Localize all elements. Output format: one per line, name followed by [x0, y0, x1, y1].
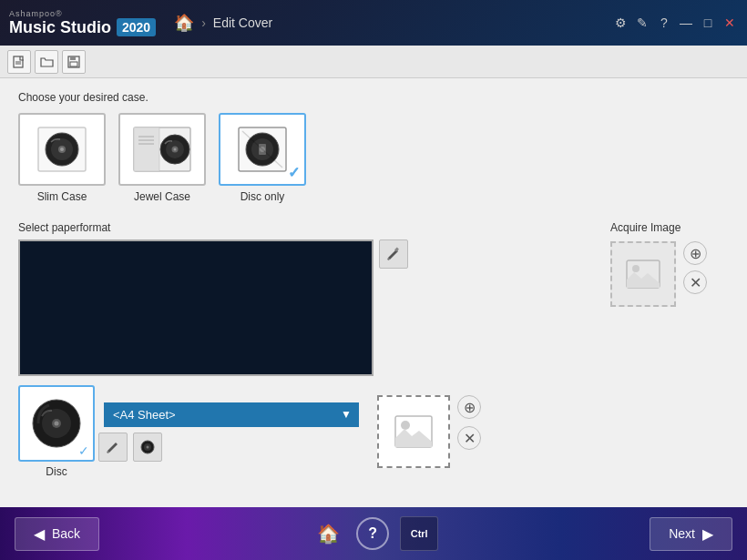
- disc-svg: [29, 396, 84, 451]
- page-title: Edit Cover: [213, 15, 272, 30]
- bottom-acquire-buttons: ⊕ ✕: [457, 395, 481, 450]
- acquire-image-label: Acquire Image: [610, 221, 729, 234]
- acquire-row: ⊕ ✕: [610, 241, 729, 307]
- back-arrow-icon: ◀: [34, 525, 45, 543]
- new-icon: [13, 56, 26, 68]
- brand-name: Ashampoo®: [9, 9, 156, 18]
- app-name: Music Studio: [9, 18, 111, 37]
- maximize-button[interactable]: □: [700, 15, 716, 31]
- window-controls: ⚙ ✎ ? — □ ✕: [612, 15, 738, 31]
- svg-point-30: [55, 422, 59, 426]
- next-arrow-icon: ▶: [702, 525, 713, 543]
- footer-help-icon: ?: [368, 525, 377, 542]
- open-file-button[interactable]: [35, 50, 58, 74]
- svg-rect-12: [134, 127, 159, 171]
- minimize-button[interactable]: —: [678, 15, 694, 31]
- preview-action-buttons: [379, 239, 408, 269]
- svg-point-37: [632, 265, 640, 272]
- right-panel: Acquire Image ⊕ ✕: [610, 221, 729, 478]
- disc-only-icon: [235, 124, 290, 175]
- title-bar: Ashampoo® Music Studio 2020 🏠 › Edit Cov…: [0, 0, 747, 46]
- jewel-case-icon: [132, 124, 192, 175]
- svg-point-10: [60, 148, 64, 151]
- disc-thumbnail[interactable]: ✓: [18, 385, 95, 462]
- save-icon: [67, 56, 80, 68]
- bottom-image-panel: ⊕ ✕: [377, 395, 481, 468]
- ctrl-button[interactable]: Ctrl: [400, 516, 438, 551]
- svg-point-35: [401, 421, 410, 430]
- edit-icon: [106, 440, 120, 454]
- footer-home-icon: 🏠: [317, 523, 340, 545]
- back-label: Back: [52, 526, 80, 541]
- slim-case-label: Slim Case: [37, 190, 87, 203]
- acquire-remove-button[interactable]: ✕: [683, 270, 707, 294]
- acquire-buttons: ⊕ ✕: [683, 241, 707, 294]
- disc-label: Disc: [46, 465, 67, 478]
- remove-image-button[interactable]: ✕: [457, 426, 481, 450]
- edit-small-button[interactable]: [98, 433, 128, 462]
- choose-case-label: Choose your desired case.: [18, 91, 729, 104]
- acquire-image-box: [610, 241, 676, 307]
- acquire-add-button[interactable]: ⊕: [683, 241, 707, 265]
- footer-home-button[interactable]: 🏠: [311, 516, 345, 551]
- case-selector: Slim Case Jewe: [18, 113, 729, 203]
- next-button[interactable]: Next ▶: [650, 517, 732, 551]
- preview-area: [18, 239, 374, 376]
- paper-format-label: Select paperformat: [18, 221, 596, 234]
- disc-small-icon: [139, 439, 156, 455]
- svg-rect-5: [70, 62, 77, 66]
- acquire-placeholder-icon: [625, 259, 661, 290]
- breadcrumb-separator: ›: [201, 15, 206, 30]
- jewel-case-label: Jewel Case: [134, 190, 190, 203]
- toolbar: [0, 46, 747, 78]
- edit-mode-icon[interactable]: ✎: [634, 15, 650, 31]
- disc-only-box[interactable]: ✓: [219, 113, 306, 186]
- disc-only-label: Disc only: [240, 190, 285, 203]
- disc-thumbnail-wrapper: ✓ Disc: [18, 385, 95, 478]
- preview-section: [18, 239, 596, 376]
- settings-icon[interactable]: ⚙: [612, 15, 629, 31]
- disc-format-row: ✓ Disc <A4 Sheet> ▼: [18, 385, 596, 478]
- save-file-button[interactable]: [62, 50, 86, 74]
- next-label: Next: [669, 526, 695, 541]
- format-dropdown-wrapper: <A4 Sheet> ▼: [104, 402, 359, 427]
- slim-case-icon: [35, 124, 89, 175]
- slim-case-box[interactable]: [18, 113, 106, 186]
- selected-check-icon: ✓: [288, 164, 300, 181]
- app-year: 2020: [117, 18, 156, 36]
- disc-only-option[interactable]: ✓ Disc only: [219, 113, 306, 203]
- bottom-image-placeholder: [377, 395, 450, 468]
- pencil-icon: [386, 247, 401, 261]
- disc-selected-check: ✓: [78, 443, 89, 458]
- footer-help-button[interactable]: ?: [356, 517, 389, 550]
- format-column: <A4 Sheet> ▼: [104, 402, 359, 462]
- home-icon[interactable]: 🏠: [174, 13, 194, 33]
- slim-case-option[interactable]: Slim Case: [18, 113, 106, 203]
- add-image-button[interactable]: ⊕: [457, 395, 481, 419]
- svg-rect-4: [70, 56, 76, 60]
- app-logo: Ashampoo® Music Studio 2020: [9, 9, 156, 37]
- jewel-case-box[interactable]: [118, 113, 206, 186]
- help-icon[interactable]: ?: [656, 15, 672, 31]
- title-nav: 🏠 › Edit Cover: [174, 13, 272, 33]
- back-button[interactable]: ◀ Back: [15, 517, 99, 551]
- jewel-case-option[interactable]: Jewel Case: [118, 113, 206, 203]
- main-content: Choose your desired case. Slim Case: [0, 78, 747, 507]
- format-dropdown[interactable]: <A4 Sheet>: [104, 402, 359, 427]
- svg-point-33: [147, 445, 149, 448]
- lower-section: Select paperformat: [18, 221, 729, 478]
- footer: ◀ Back 🏠 ? Ctrl Next ▶: [0, 507, 747, 560]
- format-actions: [98, 433, 359, 462]
- close-button[interactable]: ✕: [721, 15, 738, 31]
- new-file-button[interactable]: [7, 50, 31, 74]
- ctrl-label: Ctrl: [411, 528, 428, 539]
- left-panel: Select paperformat: [18, 221, 596, 478]
- preview-edit-button[interactable]: [379, 239, 408, 269]
- svg-point-16: [174, 148, 177, 151]
- open-icon: [40, 56, 54, 67]
- disc-small-button[interactable]: [133, 433, 162, 462]
- image-placeholder-icon: [394, 414, 434, 449]
